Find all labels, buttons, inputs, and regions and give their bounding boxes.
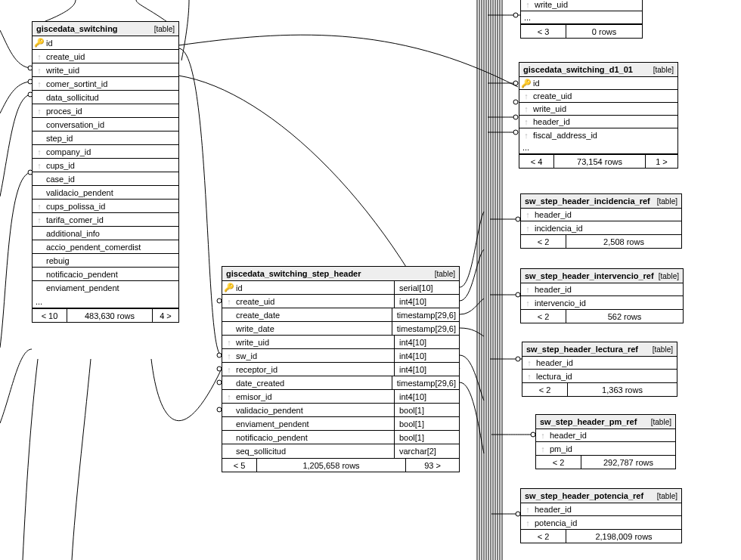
footer-in[interactable]: < 2 [522,383,568,396]
foreign-key-icon: ↑ [225,338,233,347]
table-incidencia-ref[interactable]: sw_step_header_incidencia_ref [table] ↑h… [520,193,682,249]
footer-rows: 0 rows [566,25,642,38]
column-row: ↑create_uid [33,50,178,63]
column-row: notificacio_pendent [33,268,178,281]
table-header: sw_step_header_intervencio_ref [table] [521,269,683,283]
column-type: int4[10] [394,390,456,403]
column-row: ↑fiscal_address_id [519,128,677,141]
table-pm-ref[interactable]: sw_step_header_pm_ref [table] ↑header_id… [535,414,676,469]
table-giscedata-switching[interactable]: giscedata_switching [table] 🔑id↑create_u… [32,21,179,323]
table-footer: < 5 1,205,658 rows 93 > [222,458,459,472]
footer-in[interactable]: < 2 [536,456,581,469]
column-name: enviament_pendent [46,283,175,292]
column-type: bool[1] [394,404,456,416]
primary-key-icon: 🔑 [225,283,233,292]
table-title: sw_step_header_pm_ref [540,417,651,426]
column-name: header_id [535,210,678,219]
column-name: additional_info [46,229,175,238]
column-name: lectura_id [536,372,674,381]
blank-icon [36,229,43,238]
column-row: additional_info [33,227,178,240]
footer-in[interactable]: < 2 [521,235,566,248]
table-step-header[interactable]: giscedata_switching_step_header [table] … [222,266,460,472]
footer-rows: 2,508 rows [566,235,681,248]
column-row: ↑proces_id [33,104,178,118]
foreign-key-icon: ↑ [524,210,532,219]
table-title: giscedata_switching_step_header [226,269,435,278]
footer-in[interactable]: < 2 [521,310,566,323]
column-row: ↑emisor_idint4[10] [222,390,459,404]
column-row: ↑receptor_idint4[10] [222,363,459,376]
column-row: ↑header_id [519,116,677,128]
footer-out[interactable]: 4 > [153,309,178,322]
table-footer: < 10 483,630 rows 4 > [33,308,178,322]
footer-out[interactable]: 1 > [646,155,677,168]
footer-in[interactable]: < 10 [33,309,67,322]
column-name: potencia_id [535,518,678,528]
footer-in[interactable]: < 5 [222,459,257,472]
footer-rows: 1,363 rows [568,383,677,396]
column-row: ↑header_id [521,503,681,516]
column-name: fiscal_address_id [533,131,674,140]
foreign-key-icon: ↑ [522,117,530,126]
column-row: ↑lectura_id [522,370,677,382]
table-title: sw_step_header_intervencio_ref [525,271,659,280]
footer-rows: 2,198,009 rows [566,530,681,543]
table-header: giscedata_switching_step_header [table] [222,267,459,281]
column-name: seq_sollicitud [236,447,391,456]
table-intervencio-ref[interactable]: sw_step_header_intervencio_ref [table] ↑… [520,268,684,323]
foreign-key-icon: ↑ [225,365,233,374]
footer-in[interactable]: < 4 [519,155,554,168]
table-d1-01[interactable]: giscedata_switching_d1_01 [table] 🔑id↑cr… [519,62,678,169]
column-type: int4[10] [394,336,456,348]
column-name: emisor_id [236,392,391,401]
table-partial-top[interactable]: ↑ header_id ↑ write_uid ... < 3 0 rows [520,0,643,39]
foreign-key-icon: ↑ [526,372,533,381]
table-tag: [table] [657,492,677,500]
column-name: write_uid [236,338,391,347]
column-name: incidencia_id [535,224,678,233]
column-name: create_uid [533,91,674,101]
table-header: giscedata_switching_d1_01 [table] [519,63,677,77]
svg-point-11 [513,100,518,104]
foreign-key-icon: ↑ [522,91,530,101]
column-row: ↑intervencio_id [521,296,683,309]
table-header: sw_step_header_pm_ref [table] [536,415,675,429]
foreign-key-icon: ↑ [524,285,532,294]
footer-in[interactable]: < 2 [521,530,566,543]
column-name: intervencio_id [535,299,680,308]
table-potencia-ref[interactable]: sw_step_header_potencia_ref [table] ↑hea… [520,488,682,543]
column-row: create_datetimestamp[29,6] [222,308,459,322]
footer-in[interactable]: < 3 [521,25,566,38]
blank-icon [36,283,43,292]
column-name: header_id [550,431,672,440]
column-name: pm_id [550,444,672,453]
table-footer: < 2 2,198,009 rows [521,529,681,543]
column-row: date_createdtimestamp[29,6] [222,376,459,390]
table-tag: [table] [657,197,677,206]
column-row: enviament_pendentbool[1] [222,417,459,431]
foreign-key-icon: ↑ [225,392,233,401]
table-title: giscedata_switching [36,24,154,33]
column-type: int4[10] [394,295,456,308]
table-title: sw_step_header_potencia_ref [525,491,657,500]
footer-out[interactable]: 93 > [406,459,459,472]
column-row: ↑write_uid [519,103,677,116]
table-lectura-ref[interactable]: sw_step_header_lectura_ref [table] ↑head… [522,342,677,397]
column-row: ↑incidencia_id [521,221,681,234]
blank-icon [36,256,43,265]
column-row: seq_sollicitudvarchar[2] [222,444,459,458]
column-row: ↑write_uid [33,63,178,77]
column-row: ↑write_uidint4[10] [222,336,459,349]
column-row: 🔑id [33,36,178,50]
column-name: conversation_id [46,120,175,129]
column-type: timestamp[29,6] [392,322,456,335]
footer-rows: 1,205,658 rows [257,459,406,472]
column-row: validacio_pendent [33,186,178,200]
footer-rows: 562 rows [566,310,683,323]
column-name: notificacio_pendent [46,270,175,279]
blank-icon [36,175,43,184]
footer-rows: 73,154 rows [554,155,646,168]
footer-rows: 483,630 rows [67,309,153,322]
svg-point-13 [513,130,518,135]
